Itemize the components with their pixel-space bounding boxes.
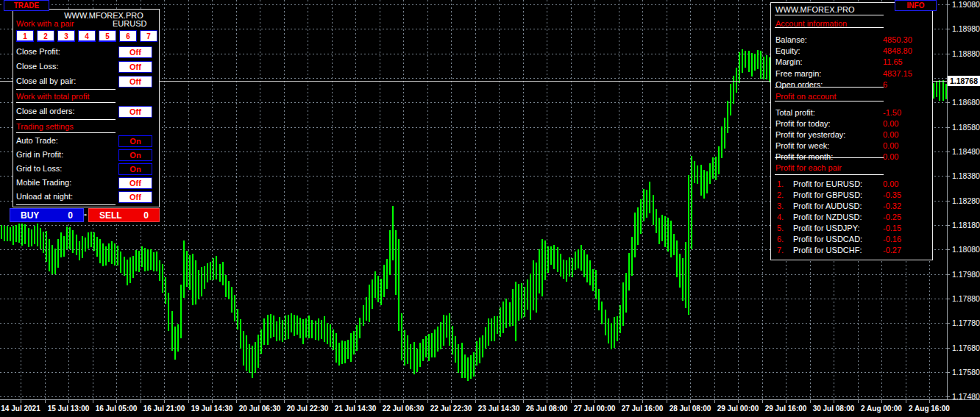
price-bar [425,336,427,357]
toggle-unload-at-night[interactable]: Off [118,191,152,203]
price-bar [168,293,169,331]
price-bar [688,175,689,315]
price-axis[interactable]: 1.190801.189801.188801.186801.185801.184… [947,0,980,399]
time-tick [403,400,404,403]
price-bar [363,305,364,326]
trade-tab[interactable]: TRADE [4,0,49,11]
price-bar [605,310,606,335]
time-tick [141,400,141,403]
price-bar [643,189,645,221]
price-bar [595,270,597,299]
price-bar [691,156,692,249]
info-tab[interactable]: INFO [895,0,937,11]
info-row-label: Profit for AUDUSD: [793,202,862,210]
toggle-grid-to-loss[interactable]: On [118,163,152,175]
info-row-label: Profit for today: [775,119,831,128]
info-row-label: Free margin: [775,69,821,78]
price-bar [572,258,573,277]
pair-button-3[interactable]: 3 [57,30,75,42]
price-bar [311,320,313,338]
price-bar [234,295,235,321]
pair-button-1[interactable]: 1 [16,30,34,42]
price-bar [88,232,89,249]
settings-section-title: Trading settings [16,122,74,131]
time-tick [499,400,500,403]
price-bar [748,51,750,72]
price-bar [225,275,227,297]
info-row-label: Equity: [775,46,800,55]
pair-button-7[interactable]: 7 [140,30,157,42]
price-bar [575,252,576,270]
pair-button-6[interactable]: 6 [119,30,137,42]
price-bar [204,266,205,289]
info-row-label: Profit for USDJPY: [793,224,859,232]
price-bar [601,302,603,324]
price-bar [127,260,128,285]
price-bar [353,331,355,354]
price-tick [947,323,950,324]
separator-line [775,15,884,15]
time-tick [116,400,117,403]
info-row-label: Total profit: [775,108,815,117]
price-bar [933,83,934,99]
price-bar [622,282,624,326]
pair-button-4[interactable]: 4 [78,30,96,42]
price-bar [162,264,163,293]
price-bar [617,316,618,341]
price-bar [524,287,525,317]
price-bar [625,273,627,313]
gridline-vertical [571,0,572,399]
toggle-close-all-orders[interactable]: Off [118,106,152,118]
info-panel: WWW.MFOREX.PRO Account informationBalans… [770,2,933,260]
price-bar [297,316,298,335]
price-bar [939,80,940,101]
price-bar [180,285,182,338]
price-bar [350,333,352,362]
price-bar [560,254,561,277]
price-bar [389,230,391,275]
trade-row-label: Close Loss: [16,62,58,71]
info-row-label: Profit for USDCHF: [793,246,862,254]
pair-button-2[interactable]: 2 [37,30,54,42]
price-bar [276,321,277,341]
price-bar [150,249,152,270]
gridline-vertical [212,0,213,399]
price-tick [947,152,950,152]
price-bar [82,236,83,258]
price-bar [380,279,382,305]
time-tick [355,400,356,403]
time-axis-label: 29 Jul 00:00 [717,404,759,413]
toggle-close-loss[interactable]: Off [118,61,152,73]
gridline-horizontal [0,274,947,275]
price-bar [66,227,68,249]
price-bar [195,260,196,304]
sell-button[interactable]: SELL 0 [88,208,160,222]
info-row-label: Profit for week: [775,141,829,150]
price-bar [470,355,472,379]
time-axis-label: 19 Jul 14:30 [191,404,233,413]
pair-button-5[interactable]: 5 [99,30,116,42]
toggle-auto-trade[interactable]: On [118,135,152,147]
price-bar [338,343,340,366]
price-bar [192,254,193,305]
toggle-close-all-by-pair[interactable]: Off [118,76,152,88]
price-bar [171,311,173,351]
trade-panel: WWW.MFOREX.PRO Work with a pair EURUSD 1… [13,9,160,207]
price-bar [512,289,514,326]
toggle-close-profit[interactable]: Off [118,46,152,58]
price-bar [132,256,134,278]
price-bar [694,161,695,183]
price-axis-label: 1.19080 [952,0,980,9]
symbol-label: EURUSD [113,19,146,28]
time-axis[interactable]: 14 Jul 202115 Jul 13:0016 Jul 05:0016 Ju… [0,399,980,417]
buy-button[interactable]: BUY 0 [10,208,84,222]
price-bar [497,316,498,334]
toggle-grid-in-profit[interactable]: On [118,149,152,161]
price-bar [147,249,149,271]
time-tick [68,400,69,403]
price-axis-label: 1.18680 [952,98,980,107]
price-bar [213,258,214,280]
price-bar [536,263,537,313]
price-bar [751,53,753,76]
toggle-mobile-trading[interactable]: Off [118,177,152,189]
